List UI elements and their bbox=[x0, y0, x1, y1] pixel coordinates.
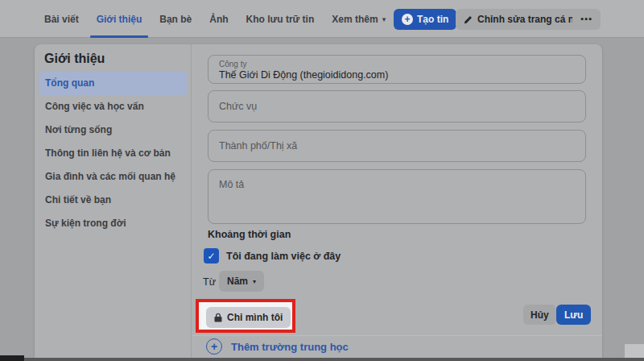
position-input[interactable] bbox=[208, 91, 585, 122]
create-story-label: Tạo tin bbox=[417, 14, 448, 25]
profile-nav-tabs: Bài viết Giới thiệu Bạn bè Ảnh Kho lưu t… bbox=[35, 0, 394, 38]
city-input[interactable] bbox=[208, 131, 585, 161]
section-divider bbox=[192, 335, 602, 336]
sidebar-title: Giới thiệu bbox=[44, 52, 105, 66]
sidebar-menu: Tổng quan Công việc và học vấn Nơi từng … bbox=[39, 72, 188, 235]
sidebar-divider bbox=[191, 44, 192, 361]
lock-icon bbox=[214, 313, 222, 322]
description-textarea[interactable] bbox=[208, 170, 585, 223]
more-options-button[interactable]: ⋯ bbox=[572, 9, 601, 30]
company-field-value: Thế Giới Di Động (thegioididong.com) bbox=[219, 68, 575, 81]
privacy-selector-button[interactable]: Chỉ mình tôi bbox=[206, 307, 291, 328]
annotation-highlight-box: Chỉ mình tôi bbox=[196, 299, 295, 333]
tab-posts[interactable]: Bài viết bbox=[35, 0, 88, 38]
tab-see-more-label: Xem thêm bbox=[332, 14, 378, 25]
add-high-school-label: Thêm trường trung học bbox=[231, 341, 349, 353]
circle-plus-icon: + bbox=[206, 338, 222, 355]
year-dropdown[interactable]: Năm ▾ bbox=[219, 271, 264, 292]
time-period-label: Khoảng thời gian bbox=[208, 229, 291, 240]
city-field bbox=[208, 130, 586, 162]
company-field-label: Công ty bbox=[219, 60, 575, 68]
sidebar-item-family-relationships[interactable]: Gia đình và các mối quan hệ bbox=[39, 165, 188, 189]
about-section-card: Giới thiệu Tổng quan Công việc và học vấ… bbox=[35, 44, 602, 361]
sidebar-item-places-lived[interactable]: Nơi từng sống bbox=[39, 118, 188, 142]
facebook-profile-about-page: Bài viết Giới thiệu Bạn bè Ảnh Kho lưu t… bbox=[0, 0, 644, 361]
sidebar-item-details-about-you[interactable]: Chi tiết về bạn bbox=[39, 189, 188, 212]
profile-nav-bar: Bài viết Giới thiệu Bạn bè Ảnh Kho lưu t… bbox=[0, 0, 644, 38]
year-dropdown-label: Năm bbox=[227, 276, 248, 287]
sidebar-item-life-events[interactable]: Sự kiện trong đời bbox=[39, 212, 188, 235]
pencil-icon bbox=[464, 15, 473, 24]
company-field[interactable]: Công ty Thế Giới Di Động (thegioididong.… bbox=[208, 55, 586, 84]
chevron-down-icon: ▾ bbox=[253, 278, 256, 285]
currently-working-label: Tôi đang làm việc ở đây bbox=[226, 251, 341, 262]
tab-photos[interactable]: Ảnh bbox=[200, 0, 237, 38]
privacy-selector-label: Chỉ mình tôi bbox=[227, 312, 283, 323]
bottom-edge-strip bbox=[0, 358, 644, 361]
ellipsis-icon: ⋯ bbox=[580, 12, 593, 27]
check-icon: ✓ bbox=[207, 251, 215, 262]
description-field bbox=[208, 169, 586, 224]
tab-about[interactable]: Giới thiệu bbox=[88, 0, 151, 38]
plus-icon: + bbox=[402, 14, 413, 25]
tab-see-more[interactable]: Xem thêm ▾ bbox=[323, 0, 394, 38]
currently-working-checkbox[interactable]: ✓ bbox=[204, 248, 219, 263]
chevron-down-icon: ▾ bbox=[382, 15, 386, 23]
from-label: Từ bbox=[203, 276, 216, 288]
tab-story-archive[interactable]: Kho lưu trữ tin bbox=[237, 0, 324, 38]
sidebar-item-work-education[interactable]: Công việc và học vấn bbox=[39, 95, 188, 118]
cancel-button[interactable]: Hủy bbox=[523, 305, 556, 325]
sidebar-item-overview[interactable]: Tổng quan bbox=[39, 72, 188, 95]
create-story-button[interactable]: + Tạo tin bbox=[394, 9, 456, 30]
position-field bbox=[208, 90, 586, 122]
bottom-right-marker bbox=[625, 344, 644, 358]
tab-friends[interactable]: Bạn bè bbox=[151, 0, 200, 38]
save-button[interactable]: Lưu bbox=[556, 305, 591, 325]
sidebar-item-contact-basic-info[interactable]: Thông tin liên hệ và cơ bản bbox=[39, 142, 188, 165]
add-high-school-link[interactable]: + Thêm trường trung học bbox=[206, 338, 349, 355]
bottom-left-marker bbox=[0, 355, 24, 361]
